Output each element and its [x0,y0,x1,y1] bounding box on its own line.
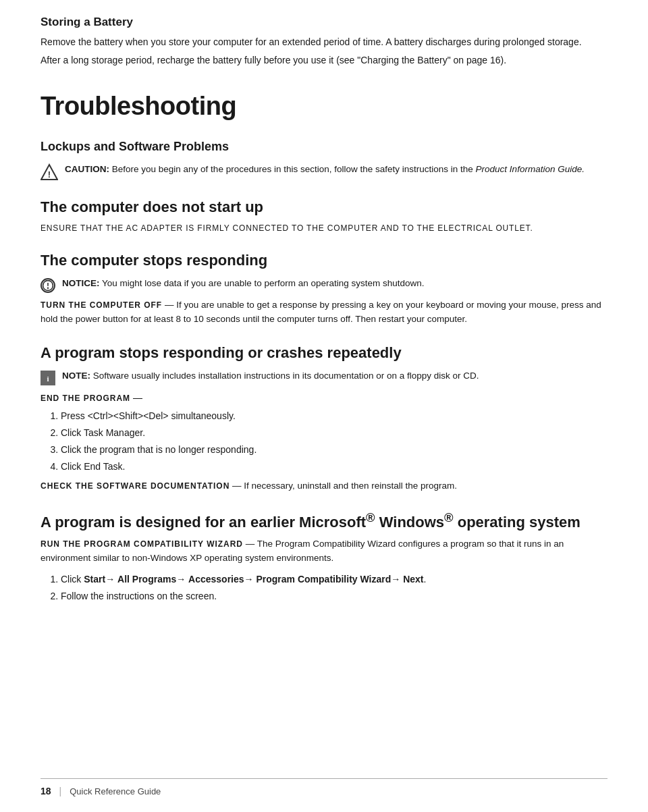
step-3: Click the program that is no longer resp… [61,443,608,457]
note-text: NOTE: Software usually includes installa… [62,369,479,383]
troubleshooting-heading: Troubleshooting [40,87,608,126]
storing-battery-section: Storing a Battery Remove the battery whe… [40,13,608,68]
wizard-steps-list: Click Start→ All Programs→ Accessories→ … [61,572,608,603]
caution-body: Before you begin any of the procedures i… [112,164,585,174]
crashes-heading: A program stops responding or crashes re… [40,342,608,364]
notice-text: NOTICE: You might lose data if you are u… [62,277,425,290]
earlier-os-section: A program is designed for an earlier Mic… [40,508,608,603]
run-wizard-label: Run the Program Compatibility Wizard [40,539,243,549]
storing-battery-heading: Storing a Battery [40,13,608,31]
caution-label: CAUTION: [65,164,109,174]
wizard-step-1: Click Start→ All Programs→ Accessories→ … [61,572,608,587]
svg-text:i: i [47,375,49,383]
turn-off-block: Turn the computer off — If you are unabl… [40,298,608,327]
ensure-line: Ensure that the AC adapter is firmly con… [40,222,608,234]
svg-text:!: ! [48,169,51,180]
footer-title: Quick Reference Guide [70,785,161,799]
caution-icon: ! [40,163,58,181]
check-software-label: Check the software documentation [40,481,230,491]
stops-section: The computer stops responding NOTICE: Yo… [40,249,608,327]
step-2: Click Task Manager. [61,426,608,440]
turn-off-dash: — [165,300,176,310]
notice-label: NOTICE: [62,278,100,288]
step-1: Press <Ctrl><Shift><Del> simultaneously. [61,409,608,423]
run-wizard-block: Run the Program Compatibility Wizard — T… [40,537,608,566]
note-body: Software usually includes installation i… [93,371,479,381]
footer: 18 | Quick Reference Guide [40,778,608,799]
end-program-label-block: End the program — [40,391,608,405]
check-software-dash: — [232,481,244,491]
notice-icon [40,278,55,293]
wizard-step-2: Follow the instructions on the screen. [61,589,608,603]
check-software-block: Check the software documentation — If ne… [40,479,608,493]
storing-battery-para2: After a long storage period, recharge th… [40,53,608,68]
end-program-dash: — [133,392,142,403]
storing-battery-para1: Remove the battery when you store your c… [40,35,608,50]
svg-point-4 [47,287,49,288]
check-software-text: If necessary, uninstall and then reinsta… [244,481,457,491]
note-label: NOTE: [62,371,90,381]
reg-1: ® [366,510,375,524]
end-program-label: End the program [40,394,130,403]
steps-list: Press <Ctrl><Shift><Del> simultaneously.… [61,409,608,474]
caution-box: ! CAUTION: Before you begin any of the p… [40,163,608,181]
no-start-heading: The computer does not start up [40,196,608,218]
note-box: i NOTE: Software usually includes instal… [40,369,608,385]
stops-heading: The computer stops responding [40,249,608,271]
lockups-heading: Lockups and Software Problems [40,138,608,156]
reg-2: ® [444,510,454,524]
run-wizard-dash: — [246,539,257,549]
crashes-section: A program stops responding or crashes re… [40,342,608,493]
notice-box: NOTICE: You might lose data if you are u… [40,277,608,293]
notice-body: You might lose data if you are unable to… [102,278,425,288]
no-start-section: The computer does not start up Ensure th… [40,196,608,234]
earlier-os-heading: A program is designed for an earlier Mic… [40,508,608,533]
caution-text: CAUTION: Before you begin any of the pro… [65,163,585,176]
caution-italic: Product Information Guide. [476,164,585,174]
turn-off-label: Turn the computer off [40,300,162,310]
page: Storing a Battery Remove the battery whe… [0,0,648,812]
footer-separator: | [59,784,62,799]
note-icon: i [40,371,55,385]
step-4: Click End Task. [61,460,608,474]
footer-page-number: 18 [40,784,51,799]
lockups-section: Lockups and Software Problems ! CAUTION:… [40,138,608,181]
